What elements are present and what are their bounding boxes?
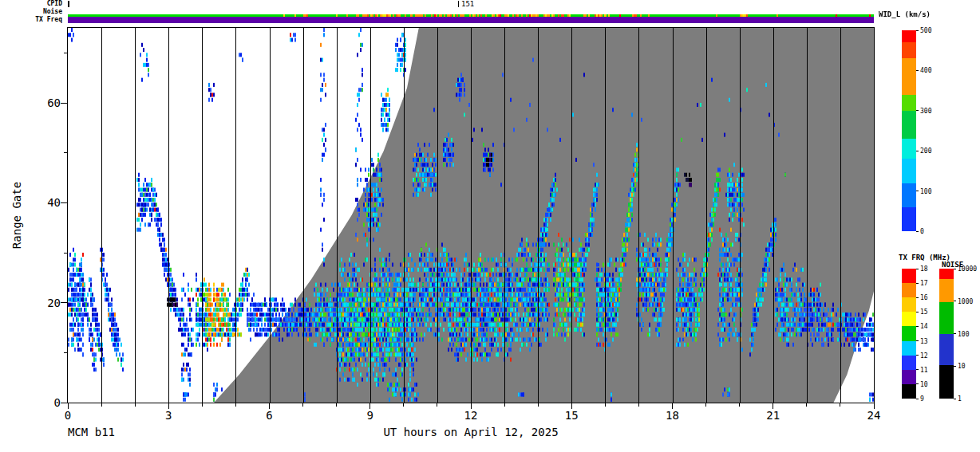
x-tick bbox=[874, 403, 875, 409]
cpid-change-tick bbox=[68, 1, 69, 7]
y-tick bbox=[61, 302, 67, 303]
x-tick bbox=[168, 403, 169, 409]
x-tick bbox=[68, 403, 69, 409]
x-tick bbox=[806, 403, 807, 407]
txfrq-colorbar-tick bbox=[916, 369, 919, 370]
txfreq-strip bbox=[68, 17, 874, 23]
wid-colorbar-tick-label: 200 bbox=[920, 147, 931, 155]
x-tick bbox=[302, 403, 303, 407]
noise-colorbar-tick-label: 10000 bbox=[958, 265, 977, 273]
txfrq-colorbar-tick-label: 11 bbox=[920, 367, 928, 374]
txfrq-colorbar bbox=[902, 269, 916, 399]
y-axis-title: Range Gate bbox=[10, 171, 23, 259]
x-tick-label: 12 bbox=[464, 410, 478, 421]
noise-colorbar-tick bbox=[954, 301, 956, 301]
cpid-value: 151 bbox=[461, 1, 474, 7]
txfrq-colorbar-tick-label: 10 bbox=[920, 381, 928, 388]
x-tick-label: 15 bbox=[565, 410, 579, 421]
y-tick-label: 60 bbox=[32, 96, 61, 109]
txfrq-colorbar-tick-label: 13 bbox=[920, 338, 928, 345]
txfrq-colorbar-tick bbox=[916, 383, 919, 384]
txfrq-colorbar-tick-label: 9 bbox=[920, 395, 924, 403]
txfrq-colorbar-tick-label: 12 bbox=[920, 352, 928, 360]
txfrq-colorbar-tick bbox=[916, 312, 919, 312]
x-tick bbox=[135, 403, 136, 407]
txfrq-colorbar-tick bbox=[916, 283, 919, 284]
x-tick bbox=[538, 403, 539, 407]
wid-colorbar-tick-label: 400 bbox=[920, 67, 931, 74]
x-tick-label: 21 bbox=[766, 410, 780, 421]
x-tick bbox=[403, 403, 404, 407]
txfrq-colorbar-tick-label: 18 bbox=[920, 265, 928, 273]
x-tick-label: 6 bbox=[266, 410, 272, 421]
cpid-strip-label: CPID bbox=[0, 0, 62, 7]
txfrq-colorbar-tick bbox=[916, 297, 919, 298]
wid-colorbar-tick bbox=[916, 151, 919, 151]
noise-colorbar bbox=[939, 269, 954, 399]
noise-colorbar-tick-label: 1 bbox=[958, 395, 962, 403]
txfrq-colorbar-tick bbox=[916, 399, 919, 399]
txfrq-colorbar-tick bbox=[916, 326, 919, 327]
noise-colorbar-tick-label: 10 bbox=[958, 363, 966, 370]
y-minor-tick bbox=[64, 253, 67, 254]
noise-colorbar-tick-label: 1000 bbox=[958, 298, 973, 305]
x-tick bbox=[705, 403, 706, 407]
x-axis-title: UT hours on April 12, 2025 bbox=[68, 426, 874, 438]
x-tick-label: 0 bbox=[65, 410, 71, 421]
txfrq-colorbar-tick-label: 15 bbox=[920, 309, 928, 316]
wid-colorbar-tick-label: 100 bbox=[920, 188, 931, 195]
wid-colorbar-tick-label: 500 bbox=[920, 27, 931, 34]
wid-colorbar bbox=[902, 30, 916, 231]
x-tick bbox=[773, 403, 773, 409]
x-tick bbox=[672, 403, 673, 409]
wid-colorbar-tick bbox=[916, 231, 919, 232]
y-tick bbox=[61, 202, 67, 203]
rti-plot-frame bbox=[67, 27, 875, 403]
x-tick-label: 24 bbox=[867, 410, 881, 421]
txfrq-colorbar-tick bbox=[916, 269, 919, 269]
txfrq-colorbar-tick bbox=[916, 340, 919, 341]
x-tick-label: 18 bbox=[666, 410, 679, 421]
wid-colorbar-tick bbox=[916, 30, 919, 31]
x-tick bbox=[504, 403, 505, 407]
rti-plot-canvas bbox=[68, 28, 874, 403]
x-tick bbox=[840, 403, 840, 407]
y-tick-label: 40 bbox=[32, 196, 61, 209]
y-minor-tick bbox=[64, 352, 67, 353]
y-tick bbox=[61, 403, 67, 403]
x-tick bbox=[336, 403, 337, 407]
wid-colorbar-tick-label: 300 bbox=[920, 108, 931, 115]
noise-colorbar-tick bbox=[954, 269, 956, 269]
wid-colorbar-tick-label: 0 bbox=[920, 228, 924, 235]
x-tick bbox=[101, 403, 102, 407]
noise-colorbar-tick bbox=[954, 399, 956, 399]
x-tick bbox=[471, 403, 472, 409]
txfrq-colorbar-tick-label: 16 bbox=[920, 294, 928, 301]
y-minor-tick bbox=[64, 152, 67, 153]
wid-colorbar-title: WID_L (km/s) bbox=[879, 10, 931, 18]
txfrq-colorbar-tick bbox=[916, 355, 919, 356]
y-tick-label: 0 bbox=[32, 396, 61, 409]
x-tick-label: 9 bbox=[367, 410, 373, 421]
x-tick bbox=[369, 403, 370, 409]
wid-colorbar-tick bbox=[916, 110, 919, 111]
cpid-strip: 151 bbox=[68, 1, 874, 7]
cpid-change-tick bbox=[458, 1, 459, 7]
noise-strip-label: Noise bbox=[0, 8, 62, 15]
x-tick-label: 3 bbox=[165, 410, 172, 421]
noise-strip bbox=[68, 9, 874, 15]
superdarn-summary-plot: CPID Noise TX Freq 151 WID_L (km/s) Rang… bbox=[0, 0, 980, 452]
x-tick bbox=[437, 403, 437, 407]
wid-colorbar-tick bbox=[916, 191, 919, 191]
x-tick bbox=[739, 403, 740, 407]
x-tick bbox=[638, 403, 639, 407]
noise-colorbar-tick bbox=[954, 366, 956, 367]
noise-colorbar-tick-label: 100 bbox=[958, 331, 969, 338]
noise-colorbar-tick bbox=[954, 333, 956, 334]
wid-colorbar-tick bbox=[916, 70, 919, 71]
x-tick bbox=[605, 403, 606, 407]
x-tick bbox=[235, 403, 236, 407]
x-tick bbox=[571, 403, 572, 409]
y-tick-label: 20 bbox=[32, 297, 61, 309]
txfreq-strip-label: TX Freq bbox=[0, 16, 62, 23]
